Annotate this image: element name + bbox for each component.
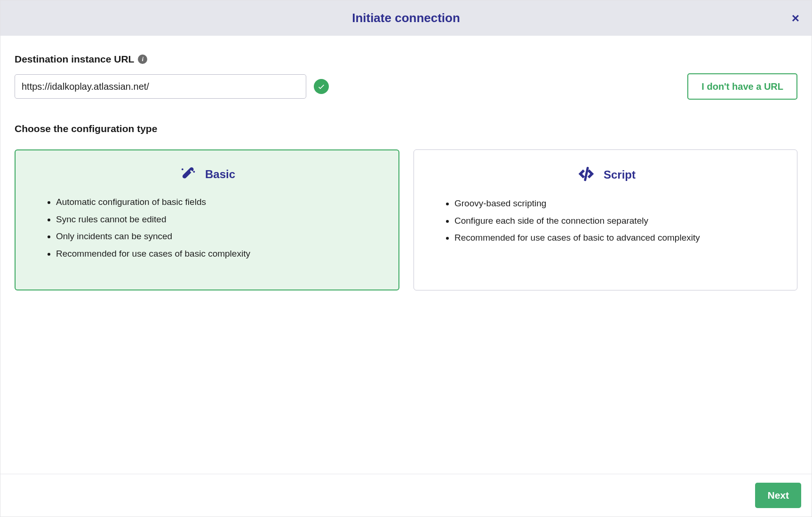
svg-rect-5	[584, 167, 589, 181]
config-card-bullets: Groovy-based scripting Configure each si…	[433, 197, 778, 245]
list-item: Sync rules cannot be edited	[56, 213, 380, 227]
config-card-basic[interactable]: Basic Automatic configuration of basic f…	[15, 149, 399, 290]
config-card-header: Basic	[34, 164, 380, 185]
code-icon	[575, 163, 597, 187]
config-card-script[interactable]: Script Groovy-based scripting Configure …	[414, 149, 797, 290]
list-item: Recommended for use cases of basic to ad…	[454, 231, 778, 245]
list-item: Configure each side of the connection se…	[454, 214, 778, 228]
modal-footer: Next	[0, 474, 812, 517]
list-item: Only incidents can be synced	[56, 230, 380, 243]
modal-header: Initiate connection ×	[0, 0, 812, 36]
destination-url-input[interactable]	[15, 74, 306, 99]
config-card-title: Script	[604, 168, 636, 181]
no-url-button[interactable]: I don't have a URL	[687, 73, 797, 100]
config-card-title: Basic	[205, 168, 235, 181]
modal-title: Initiate connection	[352, 11, 460, 25]
wand-icon	[179, 164, 199, 185]
next-button[interactable]: Next	[755, 483, 801, 508]
modal-body: Destination instance URL i I don't have …	[0, 36, 812, 474]
svg-point-2	[182, 168, 183, 170]
config-card-bullets: Automatic configuration of basic fields …	[34, 196, 380, 260]
svg-point-4	[193, 171, 195, 173]
svg-point-3	[183, 176, 185, 178]
destination-url-label-text: Destination instance URL	[15, 54, 134, 65]
config-type-label: Choose the configuration type	[15, 123, 797, 134]
list-item: Groovy-based scripting	[454, 197, 778, 211]
close-icon[interactable]: ×	[792, 12, 799, 25]
list-item: Recommended for use cases of basic compl…	[56, 247, 380, 261]
initiate-connection-modal: Initiate connection × Destination instan…	[0, 0, 812, 517]
list-item: Automatic configuration of basic fields	[56, 196, 380, 209]
config-type-cards: Basic Automatic configuration of basic f…	[15, 149, 797, 290]
destination-url-label: Destination instance URL i	[15, 54, 797, 65]
url-valid-check-icon	[314, 79, 329, 94]
url-row: I don't have a URL	[15, 73, 797, 100]
config-card-header: Script	[433, 163, 778, 187]
info-icon[interactable]: i	[138, 55, 147, 64]
